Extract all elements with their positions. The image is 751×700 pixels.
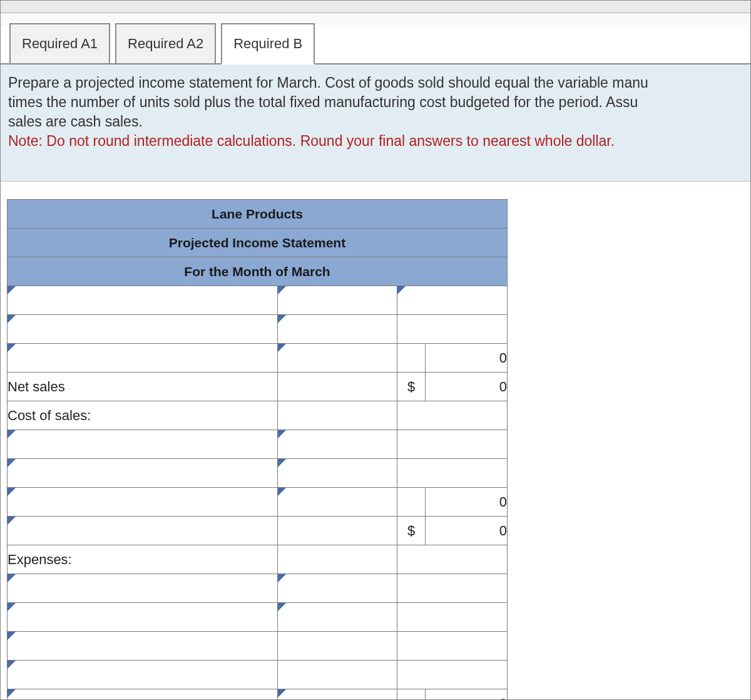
tabs-row: Required A1 Required A2 Required B xyxy=(1,23,750,64)
table-row xyxy=(8,315,508,344)
instructions-line-1: Prepare a projected income statement for… xyxy=(8,75,648,91)
dropdown-corner-icon xyxy=(397,286,406,294)
row15-col2-dropdown[interactable] xyxy=(277,689,397,700)
row13-col1-dropdown[interactable] xyxy=(8,632,278,661)
dropdown-corner-icon xyxy=(8,661,16,669)
row9-col1-dropdown[interactable] xyxy=(8,517,278,545)
row13-col3 xyxy=(397,632,508,661)
row3-value: 0 xyxy=(426,344,508,373)
dropdown-corner-icon xyxy=(278,286,286,294)
cost-of-sales-label: Cost of sales: xyxy=(8,401,278,430)
table-row: 0 xyxy=(8,488,508,517)
row3-col1-dropdown[interactable] xyxy=(8,344,278,373)
row12-col1-dropdown[interactable] xyxy=(8,603,278,632)
tab-required-a2[interactable]: Required A2 xyxy=(115,23,216,64)
row13-col2 xyxy=(277,632,397,661)
net-sales-currency: $ xyxy=(397,373,426,401)
instructions-panel: Prepare a projected income statement for… xyxy=(1,64,750,182)
table-row xyxy=(8,661,508,689)
table-row: 0 xyxy=(8,344,508,373)
row7-col3 xyxy=(397,459,508,488)
row1-col2-dropdown[interactable] xyxy=(277,286,397,315)
income-statement-table: Lane Products Projected Income Statement… xyxy=(7,199,508,700)
table-row xyxy=(8,574,508,603)
dropdown-corner-icon xyxy=(8,488,16,496)
net-sales-col2 xyxy=(277,373,397,401)
sheet-wrap: Lane Products Projected Income Statement… xyxy=(1,182,750,700)
tab-required-a1[interactable]: Required A1 xyxy=(9,23,110,64)
row14-col1-dropdown[interactable] xyxy=(8,661,278,689)
row7-col1-dropdown[interactable] xyxy=(8,459,278,488)
row8-col2-dropdown[interactable] xyxy=(277,488,397,517)
dropdown-corner-icon xyxy=(8,574,16,582)
row15-currency xyxy=(397,689,426,700)
dropdown-corner-icon xyxy=(8,517,16,525)
header-title: Projected Income Statement xyxy=(8,229,508,257)
table-row xyxy=(8,286,508,315)
dropdown-corner-icon xyxy=(8,459,16,467)
instructions-note: Note: Do not round intermediate calculat… xyxy=(8,133,615,149)
dropdown-corner-icon xyxy=(278,574,286,582)
net-sales-label: Net sales xyxy=(8,373,278,401)
header-company: Lane Products xyxy=(8,200,508,229)
dropdown-corner-icon xyxy=(8,286,16,294)
row3-col2-dropdown[interactable] xyxy=(277,344,397,373)
row1-col3-dropdown[interactable] xyxy=(397,286,508,315)
row15-col1-dropdown[interactable] xyxy=(8,689,278,700)
table-row xyxy=(8,430,508,459)
table-row-net-sales: Net sales $ 0 xyxy=(8,373,508,401)
tab-underline xyxy=(1,63,750,64)
page: Required A1 Required A2 Required B Prepa… xyxy=(0,0,751,700)
row11-col1-dropdown[interactable] xyxy=(8,574,278,603)
row6-col3 xyxy=(397,430,508,459)
dropdown-corner-icon xyxy=(8,603,16,611)
dropdown-corner-icon xyxy=(8,430,16,438)
row1-col1-dropdown[interactable] xyxy=(8,286,278,315)
row11-col2-dropdown[interactable] xyxy=(277,574,397,603)
dropdown-corner-icon xyxy=(8,344,16,352)
dropdown-corner-icon xyxy=(8,315,16,323)
table-row xyxy=(8,459,508,488)
expenses-label: Expenses: xyxy=(8,545,278,574)
expenses-col3 xyxy=(397,545,508,574)
table-row: 0 xyxy=(8,689,508,700)
dropdown-corner-icon xyxy=(278,430,286,438)
row9-currency: $ xyxy=(397,517,426,545)
net-sales-value: 0 xyxy=(426,373,508,401)
row6-col1-dropdown[interactable] xyxy=(8,430,278,459)
row8-currency xyxy=(397,488,426,517)
window-topband xyxy=(1,1,750,13)
row9-col2 xyxy=(277,517,397,545)
table-row-expenses: Expenses: xyxy=(8,545,508,574)
row9-value: 0 xyxy=(426,517,508,545)
row15-value: 0 xyxy=(426,689,508,700)
row2-col1-dropdown[interactable] xyxy=(8,315,278,344)
dropdown-corner-icon xyxy=(278,344,286,352)
row7-col2-dropdown[interactable] xyxy=(277,459,397,488)
row2-col3-empty xyxy=(397,315,508,344)
row6-col2-dropdown[interactable] xyxy=(277,430,397,459)
expenses-col2 xyxy=(277,545,397,574)
row8-col1-dropdown[interactable] xyxy=(8,488,278,517)
table-row xyxy=(8,603,508,632)
row12-col2-dropdown[interactable] xyxy=(277,603,397,632)
instructions-line-2: times the number of units sold plus the … xyxy=(8,94,638,110)
cost-of-sales-col3 xyxy=(397,401,508,430)
row11-col3 xyxy=(397,574,508,603)
dropdown-corner-icon xyxy=(278,315,286,323)
row8-value: 0 xyxy=(426,488,508,517)
dropdown-corner-icon xyxy=(8,632,16,640)
cost-of-sales-col2 xyxy=(277,401,397,430)
row12-col3 xyxy=(397,603,508,632)
instructions-line-3: sales are cash sales. xyxy=(8,113,143,130)
row2-col2-dropdown[interactable] xyxy=(277,315,397,344)
dropdown-corner-icon xyxy=(278,488,286,496)
tab-required-b[interactable]: Required B xyxy=(221,23,315,64)
row3-currency xyxy=(397,344,426,373)
dropdown-corner-icon xyxy=(8,689,16,697)
row14-col3 xyxy=(397,661,508,689)
row14-col2 xyxy=(277,661,397,689)
dropdown-corner-icon xyxy=(278,459,286,467)
table-row-cost-of-sales: Cost of sales: xyxy=(8,401,508,430)
table-row: $ 0 xyxy=(8,517,508,545)
